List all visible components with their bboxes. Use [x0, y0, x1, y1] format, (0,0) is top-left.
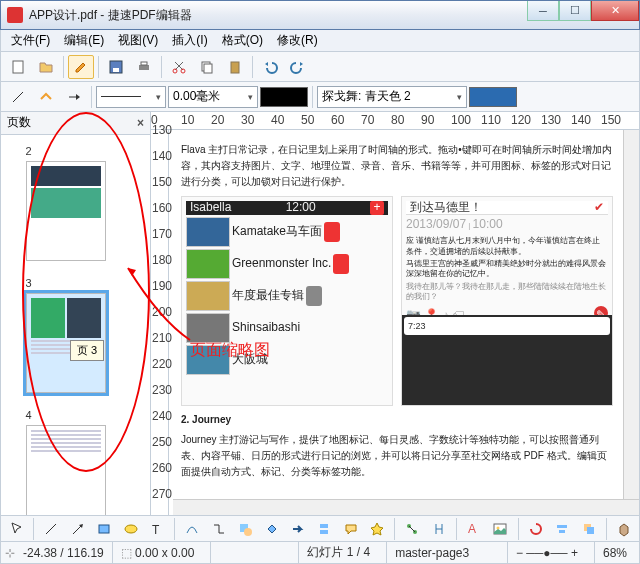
text-tool[interactable]: T	[146, 517, 168, 541]
menu-view[interactable]: 视图(V)	[112, 30, 164, 51]
image-tool[interactable]	[489, 517, 511, 541]
svg-line-23	[409, 526, 415, 532]
editor-canvas[interactable]: 0102030405060708090100110120130140150 13…	[151, 112, 639, 515]
paragraph: Flava 主打日常记录，在日记里划上采用了时间轴的形式。拖动•键即可在时间轴所…	[181, 142, 613, 190]
fontwork-tool[interactable]: A	[463, 517, 485, 541]
fill-style-combo[interactable]: 探戈舞: 青天色 2▾	[317, 86, 467, 108]
thumb-tooltip: 页 3	[70, 340, 104, 361]
fill-color-swatch[interactable]	[469, 87, 517, 107]
align-tool[interactable]	[551, 517, 573, 541]
menu-insert[interactable]: 插入(I)	[166, 30, 213, 51]
arrow-style-button[interactable]	[33, 85, 59, 109]
shapes-tool[interactable]	[234, 517, 256, 541]
svg-line-10	[13, 92, 23, 102]
line-width-combo[interactable]: 0.00毫米▾	[168, 86, 258, 108]
svg-rect-28	[559, 530, 565, 533]
save-button[interactable]	[103, 55, 129, 79]
symbol-tool[interactable]	[260, 517, 282, 541]
print-button[interactable]	[131, 55, 157, 79]
svg-line-13	[73, 526, 81, 534]
undo-button[interactable]	[257, 55, 283, 79]
curve-tool[interactable]	[181, 517, 203, 541]
new-button[interactable]	[5, 55, 31, 79]
copy-button[interactable]	[194, 55, 220, 79]
annotation-label: 页面缩略图	[190, 340, 270, 361]
callout-tool[interactable]	[340, 517, 362, 541]
menu-file[interactable]: 文件(F)	[5, 30, 56, 51]
extrude-tool[interactable]	[613, 517, 635, 541]
menu-format[interactable]: 格式(O)	[216, 30, 269, 51]
svg-text:T: T	[152, 523, 160, 537]
flowchart-tool[interactable]	[313, 517, 335, 541]
titlebar: APP设计.pdf - 捷速PDF编辑器 ─ ☐ ✕	[0, 0, 640, 30]
sidebar-title: 页数	[7, 114, 31, 131]
edit-button[interactable]	[68, 55, 94, 79]
glue-tool[interactable]	[428, 517, 450, 541]
statusbar: ⊹ -24.38 / 116.19 ⬚ 0.00 x 0.00 幻灯片 1 / …	[0, 542, 640, 564]
cut-button[interactable]	[166, 55, 192, 79]
svg-line-12	[46, 524, 56, 534]
toolbar-tools: T A	[0, 516, 640, 542]
minimize-button[interactable]: ─	[527, 1, 559, 21]
svg-rect-14	[99, 525, 109, 533]
status-position: -24.38 / 116.19	[23, 546, 104, 560]
app-icon	[7, 7, 23, 23]
menubar: 文件(F) 编辑(E) 视图(V) 插入(I) 格式(O) 修改(R)	[0, 30, 640, 52]
ellipse-tool[interactable]	[119, 517, 141, 541]
line-button[interactable]	[5, 85, 31, 109]
arrow-tool[interactable]	[67, 517, 89, 541]
rotate-tool[interactable]	[525, 517, 547, 541]
rect-tool[interactable]	[93, 517, 115, 541]
zoom-out-icon[interactable]: −	[516, 546, 523, 560]
status-size: 0.00 x 0.00	[135, 546, 194, 560]
pointer-tool[interactable]	[5, 517, 27, 541]
svg-rect-8	[204, 64, 212, 73]
ruler-horizontal: 0102030405060708090100110120130140150	[151, 112, 639, 130]
redo-button[interactable]	[285, 55, 311, 79]
scrollbar-horizontal[interactable]	[173, 499, 639, 515]
page-thumb[interactable]: 2	[26, 145, 126, 261]
page-thumb[interactable]: 4	[26, 409, 126, 515]
svg-rect-2	[113, 68, 119, 72]
svg-point-18	[244, 528, 252, 536]
svg-rect-0	[13, 61, 23, 73]
page-thumb[interactable]: 3	[26, 277, 126, 393]
sidebar: 页数 × 2 3 4	[1, 112, 151, 515]
svg-rect-30	[587, 527, 594, 534]
star-tool[interactable]	[366, 517, 388, 541]
arrow-end-button[interactable]	[61, 85, 87, 109]
svg-text:A: A	[468, 522, 476, 536]
sidebar-close-icon[interactable]: ×	[137, 116, 144, 130]
scrollbar-vertical[interactable]	[623, 130, 639, 499]
svg-rect-3	[139, 65, 149, 70]
svg-rect-4	[141, 62, 147, 65]
status-master: master-page3	[386, 542, 477, 563]
line-tool[interactable]	[40, 517, 62, 541]
app-preview-left: Isabella12:00+ Kamatake马车面 Greenmonster …	[181, 196, 393, 406]
line-color-swatch[interactable]	[260, 87, 308, 107]
svg-rect-9	[231, 62, 239, 73]
status-zoom[interactable]: 68%	[594, 542, 635, 563]
maximize-button[interactable]: ☐	[559, 1, 591, 21]
svg-point-15	[125, 525, 137, 533]
line-style-combo[interactable]: ▾	[96, 86, 166, 108]
connector-tool[interactable]	[208, 517, 230, 541]
sidebar-header: 页数 ×	[1, 112, 150, 135]
svg-rect-27	[557, 525, 567, 528]
paste-button[interactable]	[222, 55, 248, 79]
close-button[interactable]: ✕	[591, 1, 639, 21]
heading: 2. Journey	[181, 412, 613, 428]
paragraph: Journey 主打游记与写作，提供了地图标记、每日灵感、字数统计等独特功能，可…	[181, 432, 613, 480]
status-slide: 幻灯片 1 / 4	[298, 542, 378, 563]
svg-rect-19	[320, 524, 328, 528]
arrange-tool[interactable]	[577, 517, 599, 541]
zoom-in-icon[interactable]: +	[571, 546, 578, 560]
window-title: APP设计.pdf - 捷速PDF编辑器	[29, 7, 192, 24]
menu-modify[interactable]: 修改(R)	[271, 30, 324, 51]
menu-edit[interactable]: 编辑(E)	[58, 30, 110, 51]
app-preview-right: 到达马德里！✔ 2013/09/07 | 10:00 应 谨慎结言从七月末到八月…	[401, 196, 613, 406]
points-tool[interactable]	[401, 517, 423, 541]
open-button[interactable]	[33, 55, 59, 79]
arrows-tool[interactable]	[287, 517, 309, 541]
page-content: Flava 主打日常记录，在日记里划上采用了时间轴的形式。拖动•键即可在时间轴所…	[173, 134, 621, 497]
